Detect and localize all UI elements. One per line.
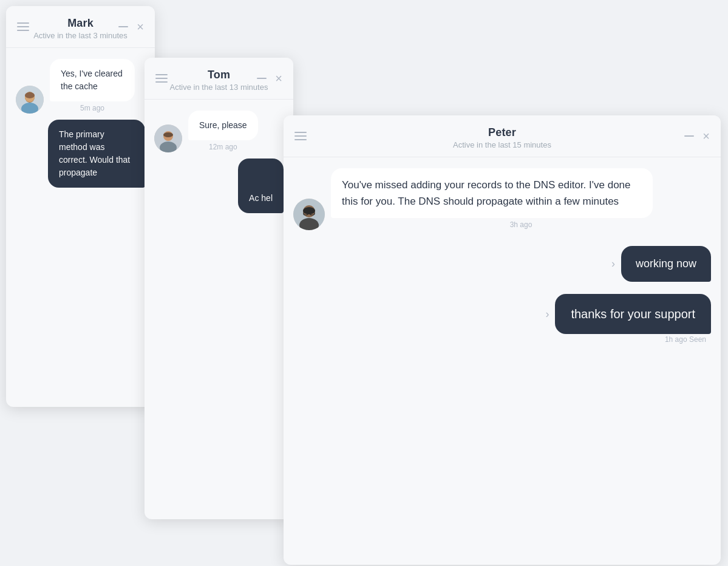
svg-point-4 bbox=[25, 92, 35, 98]
avatar-peter bbox=[293, 199, 325, 230]
message-row-tom-out: Ac hel bbox=[154, 159, 284, 213]
minimize-button-mark[interactable] bbox=[118, 26, 128, 27]
bubble-mark-outgoing: The primary method was correct. Would th… bbox=[48, 120, 145, 188]
message-row-peter-in: You've missed adding your records to the… bbox=[293, 168, 711, 230]
outgoing-section-1: working now › bbox=[293, 246, 711, 282]
chat-header-tom: Tom Active in the last 13 minutes × bbox=[145, 58, 293, 100]
header-actions-peter: × bbox=[684, 130, 710, 142]
bubble-mark-incoming: Yes, I've cleared the cache bbox=[50, 59, 135, 101]
chat-body-peter: You've missed adding your records to the… bbox=[284, 157, 721, 565]
close-button-mark[interactable]: × bbox=[137, 21, 144, 33]
header-actions-mark: × bbox=[118, 21, 144, 33]
bubble-peter-incoming: You've missed adding your records to the… bbox=[331, 168, 653, 218]
message-row-tom-in: Sure, please 12m ago bbox=[154, 111, 284, 152]
contact-status-peter: Active in the last 15 minutes bbox=[296, 140, 709, 149]
chat-window-tom[interactable]: Tom Active in the last 13 minutes × Sure… bbox=[145, 58, 293, 519]
message-row-peter-out1: working now › bbox=[293, 246, 711, 282]
minimize-button-peter[interactable] bbox=[684, 135, 694, 137]
menu-icon-tom[interactable] bbox=[155, 74, 168, 83]
bubble-peter-thanks: thanks for your support bbox=[555, 294, 711, 334]
seen-text-peter: 1h ago Seen bbox=[293, 335, 711, 344]
contact-name-peter: Peter bbox=[296, 126, 709, 139]
minimize-button-tom[interactable] bbox=[257, 78, 267, 79]
chat-window-peter[interactable]: Peter Active in the last 15 minutes × bbox=[284, 115, 721, 565]
avatar-tom bbox=[154, 124, 182, 152]
message-time-peter-1: 3h ago bbox=[331, 220, 711, 229]
chat-header-mark: Mark Active in the last 3 minutes × bbox=[6, 6, 155, 48]
close-button-tom[interactable]: × bbox=[275, 72, 282, 84]
header-actions-tom: × bbox=[257, 72, 282, 84]
outgoing-section-2: thanks for your support › 1h ago Seen bbox=[293, 294, 711, 344]
chat-window-mark[interactable]: Mark Active in the last 3 minutes × bbox=[6, 6, 155, 407]
avatar-mark bbox=[16, 86, 44, 114]
message-row-outgoing-mark: The primary method was correct. Would th… bbox=[16, 120, 145, 188]
chat-body-tom: Sure, please 12m ago Ac hel bbox=[145, 100, 293, 519]
thanks-indicator: › bbox=[545, 308, 549, 321]
bubble-peter-working: working now bbox=[621, 246, 711, 282]
bubble-tom-outgoing: Ac hel bbox=[238, 159, 284, 213]
chat-header-peter: Peter Active in the last 15 minutes × bbox=[284, 115, 721, 157]
message-time-tom-1: 12m ago bbox=[188, 143, 258, 151]
message-time-mark-1: 5m ago bbox=[50, 104, 135, 112]
bubble-tom-incoming: Sure, please bbox=[188, 111, 258, 140]
working-now-indicator: › bbox=[611, 257, 615, 270]
message-row: Yes, I've cleared the cache 5m ago bbox=[16, 59, 145, 114]
chat-body-mark: Yes, I've cleared the cache 5m ago The p… bbox=[6, 48, 155, 407]
svg-point-7 bbox=[163, 132, 173, 137]
menu-icon-peter[interactable] bbox=[294, 132, 307, 140]
close-button-peter[interactable]: × bbox=[702, 130, 710, 142]
menu-icon-mark[interactable] bbox=[17, 22, 29, 31]
message-row-peter-out2: thanks for your support › bbox=[293, 294, 711, 334]
